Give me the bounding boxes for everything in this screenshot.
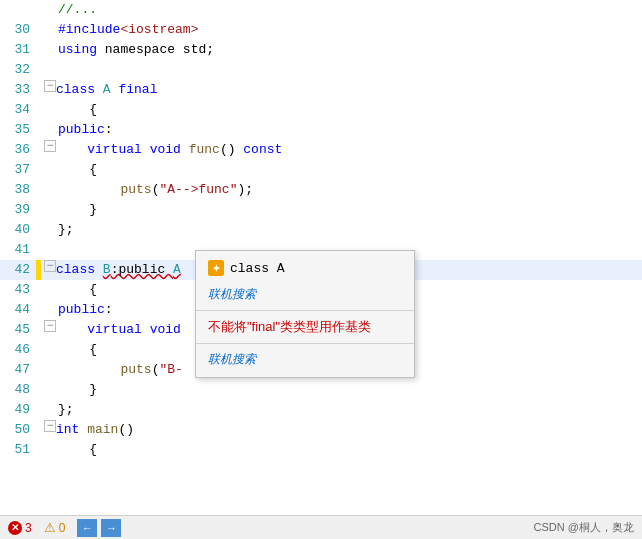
gutter [36,260,44,280]
fold-control[interactable]: − [44,260,56,272]
line-number: 42 [0,260,36,280]
gutter [36,200,44,220]
table-row: //... [0,0,642,20]
fold-control [44,300,58,320]
error-icon: ✕ [8,521,22,535]
table-row: 39 } [0,200,642,220]
fold-control [44,0,58,20]
fold-control [44,440,58,460]
error-text: 不能将"final"类类型用作基类 [208,318,371,336]
code-line: }; [58,220,642,240]
gutter [36,440,44,460]
gutter [36,240,44,260]
table-row: 40 }; [0,220,642,240]
menu-item-link-text: 联机搜索 [208,286,256,303]
fold-control[interactable]: − [44,320,56,332]
code-line: int main() [56,420,642,440]
warning-icon: ⚠ [44,520,56,535]
gutter-marker [36,260,41,280]
menu-item-error: 不能将"final"类类型用作基类 [196,313,414,341]
code-line: }; [58,400,642,420]
fold-control [44,220,58,240]
gutter [36,120,44,140]
menu-divider-2 [196,343,414,344]
table-row: 34 { [0,100,642,120]
line-number: 36 [0,140,36,160]
menu-item-link-text-2: 联机搜索 [208,351,256,368]
error-indicator[interactable]: ✕ 3 [8,521,32,535]
gutter [36,360,44,380]
table-row: 36 − virtual void func() const [0,140,642,160]
gutter [36,320,44,340]
code-line [58,60,642,80]
table-row: 50 − int main() [0,420,642,440]
code-line: class A final [56,80,642,100]
code-area: //... 30 #include<iostream> 31 using nam… [0,0,642,515]
line-number: 44 [0,300,36,320]
menu-item-class-a[interactable]: ✦ class A [196,255,414,281]
fold-control [44,120,58,140]
class-icon: ✦ [208,260,224,276]
line-number: 32 [0,60,36,80]
line-number: 48 [0,380,36,400]
line-number: 39 [0,200,36,220]
menu-item-search-1[interactable]: 联机搜索 [196,281,414,308]
line-number: 49 [0,400,36,420]
context-menu: ✦ class A 联机搜索 不能将"final"类类型用作基类 [195,250,415,378]
fold-control [44,360,58,380]
code-line: { [58,440,642,460]
fold-control [44,240,58,260]
menu-item-search-2[interactable]: 联机搜索 [196,346,414,373]
error-count: 3 [25,521,32,535]
warning-count: 0 [59,521,66,535]
fold-control [44,160,58,180]
nav-forward-button[interactable]: → [101,519,121,537]
table-row: 31 using namespace std; [0,40,642,60]
line-number: 35 [0,120,36,140]
fold-control [44,20,58,40]
gutter [36,140,44,160]
fold-control[interactable]: − [44,140,56,152]
fold-control [44,380,58,400]
fold-control [44,200,58,220]
warning-indicator[interactable]: ⚠ 0 [44,520,66,535]
status-bar: ✕ 3 ⚠ 0 ← → CSDN @桐人，奥龙 [0,515,642,539]
table-row: 48 } [0,380,642,400]
line-number: 30 [0,20,36,40]
line-number: 33 [0,80,36,100]
fold-control [44,340,58,360]
fold-control [44,40,58,60]
gutter [36,80,44,100]
table-row: 33 − class A final [0,80,642,100]
nav-back-button[interactable]: ← [77,519,97,537]
table-row: 30 #include<iostream> [0,20,642,40]
gutter [36,60,44,80]
gutter [36,20,44,40]
table-row: 32 [0,60,642,80]
code-line: #include<iostream> [58,20,642,40]
gutter [36,380,44,400]
line-number: 46 [0,340,36,360]
line-number: 43 [0,280,36,300]
fold-control [44,100,58,120]
code-line: { [58,160,642,180]
menu-divider [196,310,414,311]
menu-item-label: class A [230,261,285,276]
line-number: 50 [0,420,36,440]
fold-control [44,180,58,200]
fold-control[interactable]: − [44,80,56,92]
gutter [36,280,44,300]
fold-control [44,400,58,420]
gutter [36,420,44,440]
line-number: 51 [0,440,36,460]
line-number: 40 [0,220,36,240]
nav-controls: ← → [77,519,121,537]
line-number: 34 [0,100,36,120]
code-line: puts("A-->func"); [58,180,642,200]
line-number: 37 [0,160,36,180]
gutter [36,160,44,180]
line-number: 31 [0,40,36,60]
code-line: { [58,100,642,120]
fold-control[interactable]: − [44,420,56,432]
code-line: } [58,200,642,220]
